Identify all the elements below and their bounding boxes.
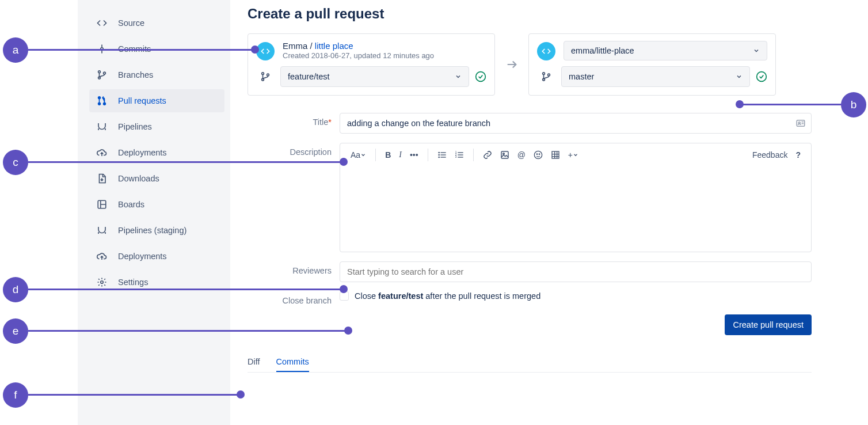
sidebar-item-pull-requests[interactable]: Pull requests: [89, 89, 224, 112]
boards-icon: [95, 199, 109, 210]
source-branch-select[interactable]: feature/test: [280, 66, 469, 87]
pipelines-icon: [95, 122, 109, 132]
pull-request-icon: [95, 96, 109, 106]
sidebar-item-branches[interactable]: Branches: [89, 63, 224, 86]
svg-point-3: [104, 72, 106, 74]
source-owner: Emma: [283, 41, 307, 51]
svg-rect-31: [501, 151, 508, 158]
annotation-line-c: [28, 161, 344, 163]
help-icon[interactable]: ?: [795, 150, 801, 160]
image-tool[interactable]: [500, 150, 509, 160]
annotation-line-b: [740, 104, 841, 105]
description-label: Description: [248, 143, 340, 157]
source-branch-card: Emma / little place Created 2018-06-27, …: [248, 33, 495, 96]
sidebar-item-label: Pipelines: [118, 122, 152, 131]
tab-commits[interactable]: Commits: [276, 352, 309, 372]
numbered-list-tool[interactable]: 123: [455, 150, 464, 160]
bold-tool[interactable]: B: [385, 150, 391, 160]
sidebar-item-downloads[interactable]: Downloads: [89, 167, 224, 190]
annotation-dot-e: [344, 327, 352, 335]
contact-card-icon[interactable]: [795, 118, 806, 128]
chevron-down-icon: [753, 47, 760, 54]
sidebar-item-pipelines[interactable]: Pipelines: [89, 115, 224, 138]
italic-tool[interactable]: I: [399, 150, 402, 160]
create-pull-request-button[interactable]: Create pull request: [725, 314, 812, 335]
annotation-b: b: [841, 92, 866, 117]
svg-point-16: [757, 72, 767, 82]
source-repo-link[interactable]: little place: [315, 41, 353, 51]
sidebar-item-label: Pull requests: [118, 96, 166, 105]
dest-branch-card: emma/little-place master: [528, 33, 776, 96]
svg-point-20: [438, 154, 440, 156]
sidebar-item-source[interactable]: Source: [89, 12, 224, 35]
cloud-upload-icon: [95, 147, 109, 158]
table-tool[interactable]: [551, 150, 560, 160]
content: Create a pull request Emma / little plac…: [230, 0, 829, 425]
cloud-upload-icon: [95, 251, 109, 261]
svg-point-19: [438, 152, 440, 154]
link-tool[interactable]: [483, 150, 492, 160]
sidebar-item-label: Source: [118, 18, 144, 28]
branch-icon: [256, 71, 275, 82]
dest-branch-select[interactable]: master: [561, 66, 750, 87]
svg-point-33: [534, 151, 542, 158]
annotation-a: a: [3, 37, 28, 63]
more-formatting-tool[interactable]: •••: [410, 150, 418, 160]
branch-icon: [537, 71, 555, 82]
pipelines-icon: [95, 225, 109, 236]
svg-point-4: [98, 97, 101, 99]
sidebar-item-label: Boards: [118, 200, 144, 209]
sidebar-item-deployments-2[interactable]: Deployments: [89, 245, 224, 268]
sidebar: Source Commits Branches Pull requests Pi…: [78, 0, 230, 425]
editor-toolbar: Aa B I ••• 123: [340, 143, 811, 166]
mention-tool[interactable]: @: [517, 150, 526, 160]
sidebar-item-pipelines-staging[interactable]: Pipelines (staging): [89, 219, 224, 242]
sidebar-item-boards[interactable]: Boards: [89, 193, 224, 216]
svg-point-15: [548, 74, 550, 76]
annotation-d: d: [3, 277, 28, 302]
description-editor[interactable]: Aa B I ••• 123: [340, 143, 812, 252]
sidebar-item-deployments[interactable]: Deployments: [89, 141, 224, 164]
required-mark: *: [328, 117, 332, 127]
annotation-line-d: [28, 289, 344, 290]
annotation-dot-b: [736, 100, 744, 108]
svg-point-35: [539, 154, 539, 154]
check-icon: [756, 71, 767, 82]
check-icon: [475, 71, 486, 82]
sidebar-item-settings[interactable]: Settings: [89, 271, 224, 294]
reviewers-input[interactable]: [340, 261, 812, 282]
text-style-tool[interactable]: Aa: [351, 150, 366, 160]
page-title: Create a pull request: [248, 6, 812, 22]
svg-point-5: [98, 103, 101, 105]
dest-branch-value: master: [569, 72, 594, 81]
sidebar-item-label: Deployments: [118, 148, 167, 157]
tabs: Diff Commits: [248, 352, 812, 373]
branch-icon: [95, 70, 109, 80]
annotation-f: f: [3, 382, 28, 408]
svg-rect-22: [440, 152, 446, 153]
chevron-down-icon: [736, 73, 743, 80]
tab-diff[interactable]: Diff: [248, 352, 260, 372]
annotation-dot-c: [340, 158, 348, 166]
code-icon: [95, 18, 109, 28]
svg-point-1: [98, 71, 101, 73]
reviewers-label: Reviewers: [248, 261, 340, 275]
dest-repo-select[interactable]: emma/little-place: [564, 41, 767, 60]
insert-tool[interactable]: +: [568, 150, 578, 160]
feedback-link[interactable]: Feedback: [752, 150, 787, 160]
svg-point-21: [438, 157, 440, 158]
svg-point-9: [262, 73, 264, 75]
sidebar-item-label: Settings: [118, 278, 148, 287]
repo-icon: [256, 42, 275, 60]
svg-rect-36: [552, 151, 559, 158]
annotation-dot-d: [340, 285, 348, 293]
annotation-e: e: [3, 318, 28, 344]
title-input[interactable]: [340, 113, 812, 134]
emoji-tool[interactable]: [534, 150, 543, 160]
close-branch-label: Close branch: [248, 291, 340, 305]
source-branch-value: feature/test: [288, 72, 330, 81]
annotation-dot-a: [251, 45, 259, 54]
sidebar-item-label: Pipelines (staging): [118, 226, 186, 235]
bullet-list-tool[interactable]: [437, 150, 447, 160]
svg-point-32: [502, 153, 504, 155]
